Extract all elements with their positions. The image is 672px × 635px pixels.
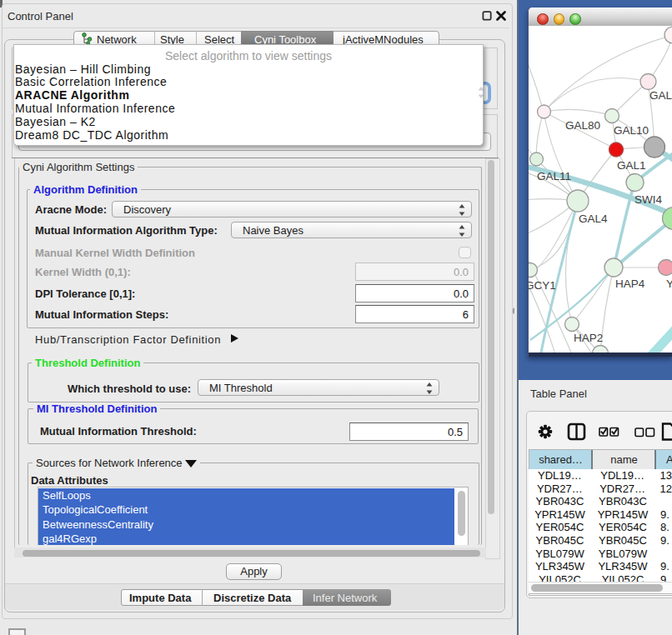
svg-text:GAL: GAL bbox=[649, 89, 672, 102]
svg-text:GAL80: GAL80 bbox=[565, 119, 600, 132]
svg-text:GAL11: GAL11 bbox=[537, 170, 571, 182]
svg-text:HAP2: HAP2 bbox=[574, 332, 603, 344]
svg-text:GAL1: GAL1 bbox=[617, 159, 646, 172]
svg-text:GCY1: GCY1 bbox=[529, 279, 556, 292]
svg-text:GAL4: GAL4 bbox=[579, 212, 608, 225]
svg-text:GAL10: GAL10 bbox=[614, 124, 649, 137]
svg-text:SWI4: SWI4 bbox=[634, 193, 662, 206]
svg-text:Y: Y bbox=[666, 278, 672, 290]
svg-text:HAP4: HAP4 bbox=[615, 278, 645, 290]
